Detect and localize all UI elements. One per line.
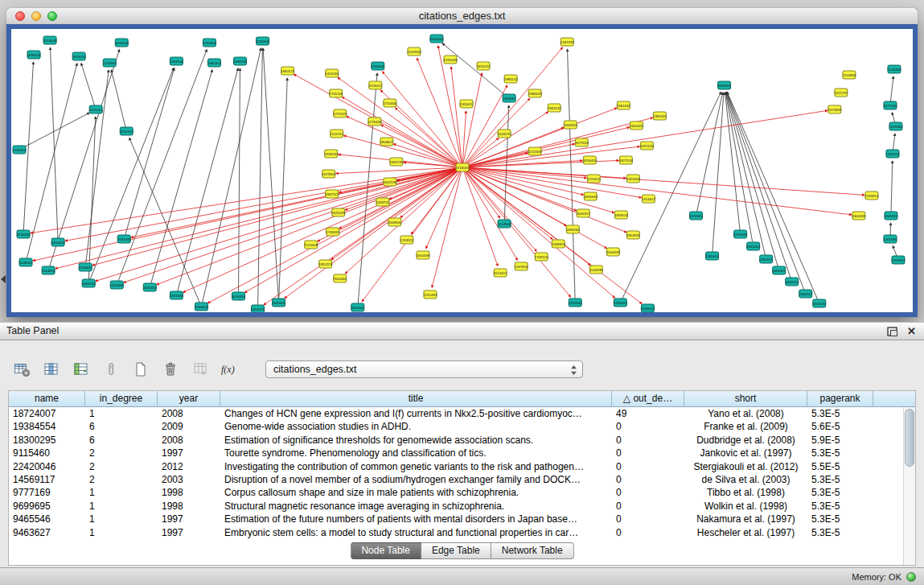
table-cell[interactable]: 5.3E-5 xyxy=(807,447,873,459)
table-scrollbar[interactable] xyxy=(903,407,915,565)
graph-edge[interactable] xyxy=(462,167,852,215)
column-header-name[interactable]: name xyxy=(9,391,85,407)
table-cell[interactable]: 22420046 xyxy=(9,460,85,473)
table-cell[interactable]: 5.9E-5 xyxy=(807,434,873,447)
network-canvas[interactable]: 1724031224184812254391810212198612219864… xyxy=(11,29,913,312)
graph-node[interactable]: 1946538 xyxy=(233,57,247,65)
float-panel-icon[interactable] xyxy=(887,327,897,336)
graph-node[interactable]: 1724031 xyxy=(456,163,470,171)
table-cell[interactable]: 5.6E-5 xyxy=(807,420,873,433)
table-cell[interactable]: 19384554 xyxy=(9,420,85,433)
graph-node[interactable]: 2015310 xyxy=(120,127,133,135)
graph-node[interactable]: 1891452 xyxy=(746,242,760,250)
table-cell[interactable]: 9115460 xyxy=(9,447,85,459)
graph-node[interactable]: 1755440 xyxy=(383,99,396,107)
tab-node-table[interactable]: Node Table xyxy=(350,542,421,559)
graph-node[interactable]: 9245022 xyxy=(641,304,655,312)
graph-edge[interactable] xyxy=(462,167,615,298)
graph-node[interactable]: 1610454 xyxy=(232,292,245,300)
graph-node[interactable]: 2005917 xyxy=(577,209,590,217)
graph-node[interactable]: 1516492 xyxy=(79,263,92,271)
graph-node[interactable]: 1945022 xyxy=(272,299,285,307)
graph-node[interactable]: 1860123 xyxy=(281,67,294,75)
graph-node[interactable]: 8130426 xyxy=(430,35,444,43)
graph-node[interactable]: 2450322 xyxy=(630,122,643,130)
minimize-window-button[interactable] xyxy=(31,11,41,21)
graph-node[interactable]: 1524936 xyxy=(589,266,603,274)
table-cell[interactable]: Yano et al. (2008) xyxy=(684,407,807,420)
graph-node[interactable]: 9245032 xyxy=(812,299,826,307)
graph-node[interactable]: 1420244 xyxy=(325,69,339,77)
table-cell[interactable]: 5.5E-5 xyxy=(807,460,873,473)
graph-edge[interactable] xyxy=(462,167,570,297)
graph-edge[interactable] xyxy=(462,110,827,167)
table-cell[interactable]: Changes of HCN gene expression and I(f) … xyxy=(220,407,612,420)
table-cell[interactable]: 9463627 xyxy=(9,526,85,539)
graph-edge[interactable] xyxy=(65,167,462,241)
graph-node[interactable]: 1610438 xyxy=(417,251,430,259)
graph-edge[interactable] xyxy=(50,47,58,242)
graph-node[interactable]: 1755136 xyxy=(329,89,343,97)
table-cell[interactable]: Structural magnetic resonance image aver… xyxy=(220,500,612,513)
table-cell[interactable]: 1 xyxy=(85,486,158,499)
graph-node[interactable]: 1664091 xyxy=(503,94,516,102)
graph-edge[interactable] xyxy=(462,167,536,251)
table-row[interactable]: 911546021997Tourette syndrome. Phenomeno… xyxy=(9,447,903,459)
graph-node[interactable]: 7610492 xyxy=(333,274,347,282)
graph-node[interactable]: 1515493 xyxy=(424,290,437,299)
graph-node[interactable]: 1595814 xyxy=(865,192,879,200)
table-cell[interactable]: 18724007 xyxy=(9,407,85,420)
close-window-button[interactable] xyxy=(15,11,25,21)
graph-node[interactable]: 1854931 xyxy=(626,231,640,239)
graph-node[interactable]: 1321609 xyxy=(626,175,640,183)
graph-node[interactable]: 1816503 xyxy=(115,39,129,47)
table-cell[interactable]: 0 xyxy=(612,447,684,459)
table-cell[interactable]: 18300295 xyxy=(9,434,85,447)
graph-node[interactable]: 1745914 xyxy=(13,146,27,154)
graph-edge[interactable] xyxy=(81,64,96,109)
graph-node[interactable]: 1314592 xyxy=(42,266,55,274)
graph-node[interactable]: 1211612 xyxy=(587,175,601,183)
column-header-year[interactable]: year xyxy=(158,391,220,407)
table-cell[interactable]: 6 xyxy=(85,420,158,433)
table-cell[interactable]: 2008 xyxy=(158,434,220,447)
graph-edge[interactable] xyxy=(124,167,462,282)
table-cell[interactable]: 5.3E-5 xyxy=(807,473,873,486)
column-header-out_de[interactable]: △ out_de… xyxy=(612,391,684,407)
table-cell[interactable]: 5.3E-5 xyxy=(807,526,873,539)
graph-node[interactable]: 1810212 xyxy=(477,62,491,70)
graph-node[interactable]: 6150414 xyxy=(51,238,65,246)
graph-node[interactable]: 2514609 xyxy=(43,36,57,44)
graph-node[interactable]: 1956533 xyxy=(324,150,338,158)
graph-node[interactable]: 1602449 xyxy=(852,212,866,220)
graph-node[interactable]: 2081132 xyxy=(548,104,561,112)
graph-node[interactable]: 1895534 xyxy=(566,225,580,233)
table-cell[interactable]: 2008 xyxy=(158,407,220,420)
graph-node[interactable]: 1514545 xyxy=(498,220,511,228)
table-cell[interactable]: 2012 xyxy=(158,460,220,473)
graph-edge[interactable] xyxy=(362,167,462,302)
table-cell[interactable]: 5.3E-5 xyxy=(807,407,873,420)
graph-node[interactable]: 1793431 xyxy=(326,228,339,236)
function-builder-icon[interactable]: f(x) xyxy=(220,359,240,380)
graph-node[interactable]: 9277442 xyxy=(884,101,897,109)
graph-node[interactable]: 1211609 xyxy=(528,147,542,155)
delete-columns-icon[interactable] xyxy=(160,359,181,380)
table-cell[interactable]: 9699695 xyxy=(9,500,85,513)
graph-edge[interactable] xyxy=(258,48,263,309)
graph-node[interactable]: 1961342 xyxy=(617,101,630,109)
graph-node[interactable]: 1975135 xyxy=(640,142,654,150)
graph-edge[interactable] xyxy=(201,48,261,307)
table-cell[interactable]: Corpus callosum shape and size in male p… xyxy=(220,486,612,499)
table-cell[interactable]: Tibbo et al. (1998) xyxy=(684,486,807,499)
table-cell[interactable]: Jankovic et al. (1997) xyxy=(684,447,807,459)
table-cell[interactable]: Wolkin et al. (1998) xyxy=(684,500,807,513)
graph-node[interactable]: 1154808 xyxy=(843,71,856,79)
graph-node[interactable]: 1986433 xyxy=(528,89,542,97)
graph-node[interactable]: 1816455 xyxy=(583,156,597,164)
table-cell[interactable]: 0 xyxy=(612,526,684,539)
graph-edge[interactable] xyxy=(244,167,462,293)
graph-edge[interactable] xyxy=(358,73,377,307)
show-columns-icon[interactable] xyxy=(41,359,62,380)
graph-node[interactable]: 6791944 xyxy=(733,230,747,238)
